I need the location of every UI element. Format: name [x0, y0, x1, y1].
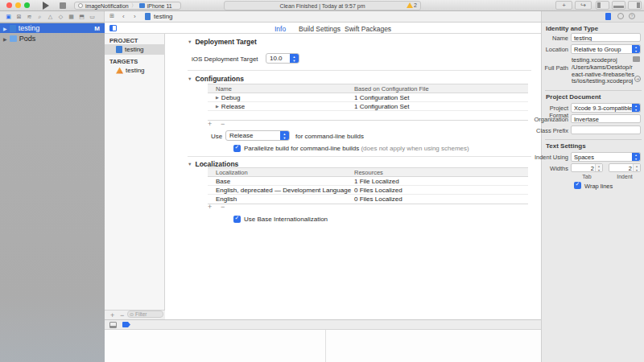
indent-sublabel: Indent — [609, 174, 641, 179]
config-name[interactable]: Debug — [216, 94, 240, 101]
folder-icon[interactable] — [633, 56, 640, 62]
project-item-testing[interactable]: testing — [105, 44, 165, 55]
hide-debug-area-icon[interactable] — [109, 322, 117, 328]
ios-deployment-target-dropdown[interactable]: 10.0 — [266, 53, 299, 64]
breakpoint-navigator-icon[interactable]: ⬒ — [78, 14, 85, 20]
disclosure-triangle-icon[interactable]: ▶ — [3, 36, 7, 42]
parallelize-checkbox[interactable] — [233, 145, 241, 152]
localizations-table-header: Localization Resources — [208, 168, 528, 177]
source-control-navigator-icon[interactable]: ⊠ — [15, 14, 23, 20]
column-localization: Localization — [216, 169, 248, 176]
configurations-table: Name Based on Configuration File Debug 1… — [208, 84, 528, 121]
tab-info[interactable]: Info — [275, 25, 286, 33]
toggle-inspector-button[interactable] — [628, 1, 642, 10]
table-row-debug[interactable]: Debug 1 Configuration Set — [208, 93, 528, 102]
app-target-icon — [116, 68, 123, 74]
scheme-selector[interactable]: imageNotification 〉 iPhone 11 — [74, 2, 181, 10]
filter-input[interactable]: Filter — [127, 311, 163, 318]
remove-target-button[interactable]: − — [120, 311, 124, 319]
zoom-window-button[interactable] — [24, 2, 30, 8]
scheme-separator: 〉 — [131, 2, 137, 10]
jump-bar: ⊞ ‹ › testing ‹ › ⊡ — [105, 11, 541, 22]
divider — [188, 70, 531, 71]
table-row-english-deprecated[interactable]: English, deprecated — Development Langua… — [208, 186, 528, 195]
jump-bar-row: ▣ ⊠ ≋ ⌕ △ ◇ ▦ ⬒ ▭ ⊞ ‹ › testing ‹ › ⊡ ? — [0, 11, 644, 23]
debug-area-divider[interactable] — [325, 330, 326, 362]
jump-bar-file[interactable]: testing — [154, 13, 173, 20]
forward-button[interactable]: › — [134, 13, 136, 20]
warning-count: 2 — [414, 2, 417, 8]
navigator-item-pods[interactable]: ▶ Pods — [0, 34, 105, 43]
ios-deployment-target-label: iOS Deployment Target — [192, 56, 258, 63]
use-label: Use — [211, 133, 222, 140]
tab-overview-icon[interactable]: ⊞ — [109, 13, 114, 19]
identity-section-title: Identity and Type — [546, 25, 598, 32]
symbol-navigator-icon[interactable]: ≋ — [26, 14, 33, 20]
indent-width-stepper[interactable]: 2 — [609, 163, 641, 172]
table-row-base[interactable]: Base 1 File Localized — [208, 177, 528, 186]
tab-build-settings[interactable]: Build Settings — [299, 25, 341, 33]
column-based-on: Based on Configuration File — [354, 85, 429, 93]
debug-navigator-icon[interactable]: ▦ — [68, 14, 75, 20]
editor-sidebar-toggle[interactable] — [109, 25, 117, 31]
text-settings-section-title: Text Settings — [546, 142, 586, 150]
localization-name: Base — [216, 178, 230, 185]
inspector-tab-strip: ? — [541, 11, 644, 22]
config-name[interactable]: Release — [216, 103, 245, 110]
localization-name: English — [216, 195, 237, 203]
file-icon — [145, 13, 151, 20]
add-target-button[interactable]: + — [110, 311, 114, 319]
add-localization-button[interactable]: + — [208, 203, 212, 211]
organization-field[interactable]: Invertase — [571, 114, 641, 123]
command-line-config-dropdown[interactable]: Release — [225, 130, 290, 141]
navigator-item-testing[interactable]: ▶ testing M — [0, 23, 105, 33]
use-suffix-label: for command-line builds — [295, 133, 364, 140]
issue-navigator-icon[interactable]: △ — [47, 14, 54, 20]
config-value: 1 Configuration Set — [354, 103, 410, 110]
report-navigator-icon[interactable]: ▭ — [89, 14, 96, 20]
reveal-in-finder-icon[interactable]: ➔ — [634, 76, 641, 82]
scheme-name[interactable]: imageNotification — [85, 3, 129, 9]
code-review-button[interactable]: ↪ — [575, 1, 592, 10]
class-prefix-field[interactable] — [571, 125, 641, 134]
add-configuration-button[interactable]: + — [208, 120, 212, 128]
target-item-testing[interactable]: testing — [105, 65, 165, 76]
close-window-button[interactable] — [6, 2, 12, 8]
tab-swift-packages[interactable]: Swift Packages — [345, 25, 391, 33]
tab-width-stepper[interactable]: 2 — [571, 163, 603, 172]
run-button[interactable] — [43, 2, 49, 10]
quick-help-inspector-icon[interactable]: ? — [629, 13, 635, 19]
location-dropdown[interactable]: Relative to Group — [571, 44, 641, 54]
build-status-text: Clean Finished | Today at 9:57 pm — [280, 3, 365, 9]
find-navigator-icon[interactable]: ⌕ — [36, 14, 43, 20]
library-add-button[interactable]: + — [555, 1, 572, 10]
minimize-window-button[interactable] — [15, 2, 21, 8]
warning-counter[interactable]: 2 — [407, 2, 417, 8]
divider — [545, 90, 642, 91]
name-field[interactable]: testing — [571, 33, 641, 42]
table-row-release[interactable]: Release 1 Configuration Set — [208, 102, 528, 111]
base-internationalization-checkbox[interactable] — [233, 216, 241, 223]
section-deployment-target[interactable]: Deployment Target — [188, 38, 257, 46]
test-navigator-icon[interactable]: ◇ — [57, 14, 64, 20]
targets-section-header: TARGETS — [109, 58, 138, 65]
history-inspector-icon[interactable] — [617, 13, 624, 19]
section-configurations[interactable]: Configurations — [188, 75, 244, 83]
device-name[interactable]: iPhone 11 — [147, 3, 172, 9]
project-navigator-icon[interactable]: ▣ — [5, 14, 12, 20]
toggle-debug-area-button[interactable] — [612, 1, 625, 10]
localization-name: English, deprecated — Development Langua… — [216, 187, 351, 194]
project-format-dropdown[interactable]: Xcode 9.3-compatible — [571, 103, 641, 113]
remove-configuration-button[interactable]: − — [221, 120, 225, 128]
indent-using-dropdown[interactable]: Spaces — [571, 152, 641, 162]
base-internationalization-label: Use Base Internationalization — [244, 216, 328, 223]
toggle-navigator-button[interactable] — [596, 1, 609, 10]
table-row-english[interactable]: English 0 Files Localized — [208, 195, 528, 204]
parallelize-label: Parallelize build for command-line build… — [244, 145, 469, 152]
remove-localization-button[interactable]: − — [221, 203, 225, 211]
file-inspector-icon[interactable] — [605, 13, 611, 20]
wrap-lines-checkbox[interactable] — [574, 182, 581, 189]
stop-button[interactable] — [60, 2, 66, 9]
back-button[interactable]: ‹ — [122, 13, 125, 20]
disclosure-triangle-icon[interactable]: ▶ — [3, 26, 7, 31]
